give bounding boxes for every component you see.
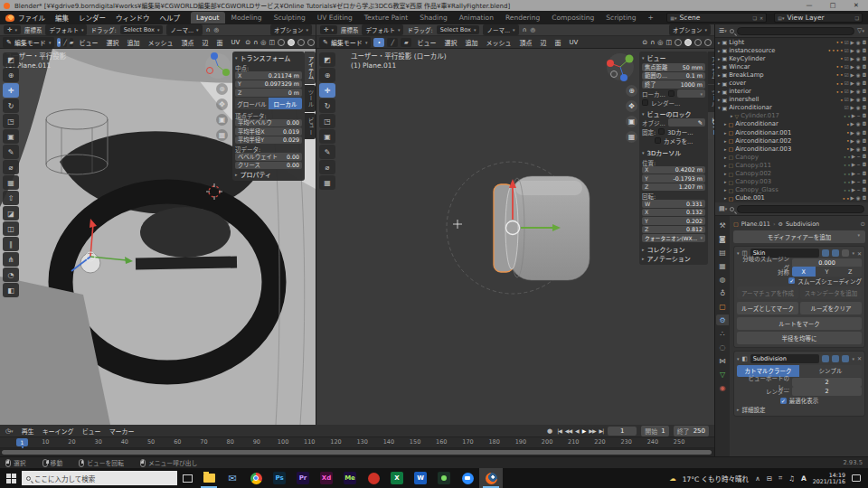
- tool-button-8[interactable]: ▦: [3, 175, 19, 190]
- viewport-menu-辺[interactable]: 辺: [199, 38, 211, 47]
- render-camera-icon[interactable]: ◘: [863, 154, 866, 160]
- visibility-eye-icon[interactable]: ◉: [856, 89, 861, 94]
- expand-icon[interactable]: ▸: [724, 138, 727, 144]
- checkbox-icon[interactable]: ☑: [844, 97, 849, 102]
- workspace-tab-scripting[interactable]: Scripting: [600, 12, 641, 23]
- notification-icon[interactable]: [852, 474, 861, 482]
- realtime-toggle[interactable]: [832, 355, 839, 362]
- workspace-tab-modeling[interactable]: Modeling: [226, 12, 268, 23]
- tool-button-1[interactable]: ⊕: [3, 68, 19, 82]
- viewport-menu-頂点[interactable]: 頂点: [516, 38, 534, 47]
- selectable-icon[interactable]: ▶: [851, 80, 854, 86]
- current-frame-marker[interactable]: 1: [16, 438, 28, 446]
- outliner-row[interactable]: ▸▢Cube.001••▶◉◘: [715, 194, 868, 202]
- outliner-row[interactable]: ▸▢Canopy.011••▶⌣◘: [715, 161, 868, 169]
- workspace-tab-texture-paint[interactable]: Texture Paint: [359, 12, 413, 23]
- taskbar-app-blender[interactable]: [479, 468, 503, 488]
- scene-selector[interactable]: ▦▾ Scene ❏ ✕: [666, 13, 767, 23]
- pan-hand-icon[interactable]: ✥: [216, 99, 228, 110]
- branch-smoothing-field[interactable]: 0.000: [792, 258, 862, 267]
- viewport-menu-メッシュ[interactable]: メッシュ: [145, 38, 175, 47]
- advanced-subpanel-header[interactable]: ▸詳細設定: [737, 405, 862, 414]
- timeline-ruler[interactable]: 1020304050607080901001101201301401501601…: [0, 437, 714, 448]
- tool-button-6[interactable]: ✎: [3, 145, 19, 159]
- taskbar-app-media-encoder[interactable]: Me: [338, 468, 362, 488]
- proportional-edit-icon[interactable]: ◎: [657, 39, 663, 46]
- expand-icon[interactable]: ▸: [731, 113, 733, 118]
- median-field[interactable]: X0.21174 m: [235, 71, 302, 80]
- checkbox-icon[interactable]: ☑: [844, 105, 849, 110]
- outliner-row[interactable]: ▸▢Canopy.003••▶⌣◘: [715, 178, 868, 186]
- taskbar-app-chrome[interactable]: [244, 468, 268, 488]
- snap-magnet-icon[interactable]: ∩: [253, 39, 258, 46]
- render-camera-icon[interactable]: ◘: [863, 97, 866, 102]
- visibility-eye-icon[interactable]: ◉: [856, 130, 861, 136]
- sidebar-tab-ビュー[interactable]: ビュー: [708, 113, 714, 140]
- expand-icon[interactable]: ▸: [724, 179, 727, 184]
- selectable-icon[interactable]: ▶: [852, 162, 855, 168]
- visibility-eye-icon[interactable]: ⌣: [857, 154, 861, 160]
- auto-keying-icon[interactable]: ●: [547, 427, 552, 435]
- expand-icon[interactable]: ▸: [724, 163, 727, 168]
- visibility-eye-icon[interactable]: ⌣: [857, 179, 861, 185]
- render-camera-icon[interactable]: ◘: [863, 56, 866, 61]
- snap-dropdown[interactable]: ノーマ...▾: [166, 24, 202, 35]
- tab-view-layer[interactable]: ▦: [716, 260, 729, 271]
- skin-button[interactable]: スキンデータを追加: [800, 286, 862, 299]
- outliner-search-input[interactable]: [737, 27, 854, 35]
- edit-mode-toggle[interactable]: [822, 355, 829, 362]
- expand-icon[interactable]: ▸: [724, 146, 727, 152]
- zoom-icon[interactable]: ⊕: [216, 83, 228, 95]
- taskbar-app-premiere[interactable]: Pr: [291, 468, 315, 488]
- tool-button-10[interactable]: ◪: [3, 206, 19, 221]
- modifier-extras-icon[interactable]: ▾: [852, 356, 854, 361]
- symmetry-axis-Z[interactable]: Z: [838, 267, 862, 277]
- viewport-3d-right[interactable]: ユーザー・平行投影 (ローカル) (1) Plane.011 ◩⊕✛↻◳▣✎⌀▦…: [316, 49, 714, 425]
- visibility-eye-icon[interactable]: ◉: [856, 195, 861, 201]
- timeline-menu-マーカー[interactable]: マーカー: [109, 427, 135, 436]
- render-camera-icon[interactable]: ◘: [863, 121, 866, 127]
- lock-camera-row[interactable]: カメラを...: [642, 136, 705, 145]
- menu-ファイル[interactable]: ファイル: [18, 13, 45, 23]
- snap-magnet-icon[interactable]: ∩: [206, 26, 211, 33]
- pan-hand-icon[interactable]: ✥: [626, 100, 637, 112]
- filter-icon[interactable]: ▽▾: [857, 27, 864, 34]
- local-camera-row[interactable]: ローカ...▾: [642, 89, 705, 99]
- nav-gizmo-left[interactable]: [204, 52, 231, 80]
- workspace-tab-sculpting[interactable]: Sculpting: [269, 12, 311, 23]
- tool-button-1[interactable]: ⊕: [319, 68, 335, 82]
- menu-ヘルプ[interactable]: ヘルプ: [160, 13, 181, 23]
- modifier-extras-icon[interactable]: ▾: [852, 250, 854, 256]
- outliner-row[interactable]: ▸▣BreakLamp••☑▶◉◘: [715, 70, 868, 79]
- timeline-track[interactable]: [0, 448, 714, 456]
- tool-button-5[interactable]: ▣: [319, 129, 335, 144]
- render-camera-icon[interactable]: ◘: [863, 146, 866, 152]
- skin-button[interactable]: ルーズをクリア: [800, 302, 862, 314]
- visibility-eye-icon[interactable]: ◉: [856, 105, 861, 110]
- tab-particles[interactable]: ∴: [716, 328, 729, 339]
- jump-to-start-button[interactable]: |◀: [557, 427, 561, 434]
- frame-start-field[interactable]: 開始1: [641, 426, 668, 436]
- annotation-panel-header[interactable]: ▸アノテーション: [642, 254, 705, 263]
- tool-button-6[interactable]: ✎: [319, 145, 335, 159]
- viewport-menu-選択[interactable]: 選択: [441, 38, 459, 47]
- viewport-menu-UV[interactable]: UV: [566, 39, 580, 46]
- cursor-location-field[interactable]: X0.4202 m: [642, 166, 705, 174]
- play-reverse-button[interactable]: ◀: [575, 427, 579, 434]
- active-tool-dropdown[interactable]: ✛▾: [320, 25, 337, 34]
- modifier-name-field[interactable]: Subdivision: [750, 354, 820, 363]
- tool-button-5[interactable]: ▣: [3, 129, 19, 144]
- checkbox-icon[interactable]: ☑: [844, 40, 849, 45]
- render-camera-icon[interactable]: ◘: [863, 72, 866, 78]
- vertex-data-field[interactable]: 平均半径Y0.029: [235, 136, 302, 145]
- view-panel-header[interactable]: ▾ビュー: [642, 53, 705, 62]
- menu-ウィンドウ[interactable]: ウィンドウ: [116, 13, 150, 23]
- visibility-eye-icon[interactable]: ⌣: [857, 113, 861, 119]
- taskbar-app-photoshop[interactable]: Ps: [268, 468, 291, 488]
- tab-tool[interactable]: ⚒: [716, 220, 729, 230]
- selectable-icon[interactable]: ▶: [852, 187, 855, 193]
- render-toggle[interactable]: [842, 249, 849, 257]
- visibility-eye-icon[interactable]: ◉: [856, 48, 861, 53]
- solid-shading-icon[interactable]: [684, 39, 692, 46]
- levels-render-field[interactable]: 2: [792, 387, 862, 396]
